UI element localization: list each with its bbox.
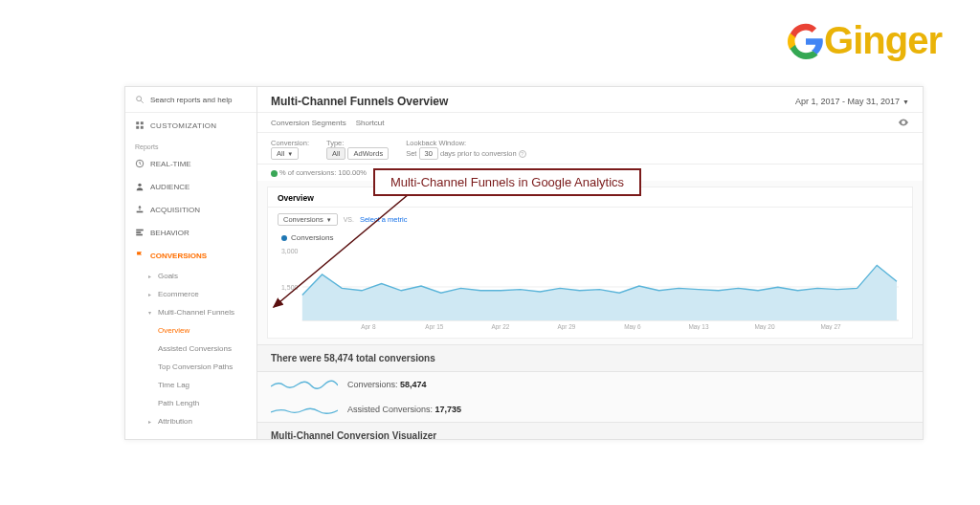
behavior-icon (135, 228, 145, 237)
brand-logo-g-glyph (788, 19, 824, 62)
flag-icon (135, 251, 145, 260)
chart-legend: Conversions (268, 231, 912, 244)
date-range-picker[interactable]: Apr 1, 2017 - May 31, 2017 ▼ (795, 97, 909, 106)
conversions-value: 58,474 (400, 380, 427, 389)
sidebar-label: BEHAVIOR (150, 229, 189, 237)
svg-point-1 (137, 97, 142, 101)
help-icon[interactable]: ? (519, 150, 526, 158)
sidebar-label: REAL-TIME (150, 160, 191, 168)
sidebar-item-customization[interactable]: CUSTOMIZATION (125, 113, 256, 138)
filter-bar: Conversion: All ▼ Type: All AdWords Look… (257, 133, 923, 165)
assisted-value: 17,735 (435, 405, 462, 414)
lookback-prefix: Set (406, 149, 416, 158)
sidebar-item-behavior[interactable]: BEHAVIOR (125, 221, 256, 244)
clock-icon (135, 159, 145, 168)
status-dot-icon (271, 170, 278, 177)
sidebar-item-audience[interactable]: AUDIENCE (125, 175, 256, 198)
metric-value: Conversions (283, 215, 323, 224)
conversion-value: All (277, 149, 284, 158)
svg-rect-3 (136, 121, 139, 124)
type-all-button[interactable]: All (326, 147, 345, 160)
annotation-text: Multi-Channel Funnels in Google Analytic… (390, 175, 624, 189)
sparkline-conversions (271, 378, 338, 391)
summary-bar: There were 58,474 total conversions (257, 344, 923, 372)
dashboard-icon (135, 121, 145, 130)
intelligence-icon[interactable] (898, 117, 909, 128)
sidebar: Search reports and help CUSTOMIZATION Re… (125, 87, 257, 439)
sidebar-item-acquisition[interactable]: ACQUISITION (125, 198, 256, 221)
svg-rect-5 (136, 126, 139, 129)
type-filter: Type: All AdWords (326, 139, 389, 160)
conversion-segments-link[interactable]: Conversion Segments (271, 119, 346, 127)
select-metric-link[interactable]: Select a metric (360, 215, 408, 224)
date-range-text: Apr 1, 2017 - May 31, 2017 (795, 97, 900, 106)
sub-label: Time Lag (158, 381, 189, 389)
lookback-suffix: days prior to conversion (440, 149, 517, 158)
conversion-dropdown[interactable]: All ▼ (271, 147, 299, 160)
sidebar-item-assisted-conversions[interactable]: Assisted Conversions (125, 340, 256, 358)
report-body: Overview Conversions ▼ VS. Select a metr… (257, 181, 923, 439)
svg-rect-11 (136, 231, 141, 233)
search-icon (135, 95, 145, 104)
svg-text:May 20: May 20 (754, 323, 775, 330)
svg-rect-4 (141, 121, 144, 124)
svg-text:Apr 29: Apr 29 (557, 323, 575, 330)
summary-suffix: total conversions (353, 353, 435, 363)
sidebar-item-mcf-overview[interactable]: Overview (125, 321, 256, 340)
brand-name: Ginger (824, 19, 942, 61)
caret-down-icon: ▾ (148, 309, 154, 316)
shortcut-link[interactable]: Shortcut (356, 119, 385, 127)
svg-text:Apr 22: Apr 22 (491, 323, 509, 330)
sidebar-item-realtime[interactable]: REAL-TIME (125, 152, 256, 175)
assisted-label: Assisted Conversions: (347, 405, 435, 414)
conversions-label: Conversions: (347, 380, 400, 389)
summary-prefix: There were (271, 353, 324, 363)
sidebar-item-time-lag[interactable]: Time Lag (125, 376, 256, 394)
metric-dropdown[interactable]: Conversions ▼ (278, 213, 338, 226)
customization-label: CUSTOMIZATION (150, 121, 216, 130)
lookback-label: Lookback Window: (406, 139, 526, 147)
svg-text:May 6: May 6 (624, 323, 641, 330)
sub-label: Attribution (158, 417, 192, 426)
sidebar-item-attribution[interactable]: ▸Attribution (125, 412, 256, 430)
sidebar-item-ecommerce[interactable]: ▸Ecommerce (125, 285, 256, 303)
svg-text:May 13: May 13 (688, 323, 709, 330)
page-header: Multi-Channel Funnels Overview Apr 1, 20… (257, 87, 923, 113)
ga-app-frame: Search reports and help CUSTOMIZATION Re… (124, 86, 924, 440)
brand-logo: Ginger (788, 19, 942, 62)
legend-label: Conversions (291, 233, 333, 242)
visualizer-title: Multi-Channel Conversion Visualizer (257, 422, 923, 439)
page-title: Multi-Channel Funnels Overview (271, 95, 448, 108)
conversion-label: Conversion: (271, 139, 309, 147)
sub-label: Assisted Conversions (158, 344, 232, 353)
sidebar-label: AUDIENCE (150, 183, 189, 191)
chevron-down-icon: ▼ (326, 217, 332, 223)
y-max-label: 3,000 (281, 248, 298, 254)
svg-point-8 (138, 184, 141, 187)
type-adwords-button[interactable]: AdWords (347, 147, 389, 160)
sidebar-item-top-conversion-paths[interactable]: Top Conversion Paths (125, 358, 256, 376)
lookback-days-input[interactable]: 30 (419, 147, 438, 160)
sidebar-item-path-length[interactable]: Path Length (125, 394, 256, 412)
search-placeholder: Search reports and help (150, 96, 232, 104)
svg-rect-9 (137, 211, 144, 213)
summary-value: 58,474 (324, 353, 354, 363)
search-row[interactable]: Search reports and help (125, 95, 256, 113)
person-icon (135, 182, 145, 191)
sidebar-item-mcf[interactable]: ▾Multi-Channel Funnels (125, 303, 256, 321)
metric-controls: Conversions ▼ VS. Select a metric (268, 208, 912, 231)
pct-text: % of conversions: 100.00% (279, 168, 367, 177)
sub-label: Goals (158, 272, 178, 280)
svg-text:Apr 15: Apr 15 (425, 323, 443, 330)
svg-line-2 (141, 100, 144, 103)
sidebar-item-goals[interactable]: ▸Goals (125, 267, 256, 285)
assisted-sparkline-row: Assisted Conversions: 17,735 (257, 397, 923, 422)
tab-label: Overview (278, 193, 314, 203)
type-label: Type: (326, 139, 389, 147)
main-content: Multi-Channel Funnels Overview Apr 1, 20… (257, 87, 923, 439)
acquisition-icon (135, 205, 145, 214)
vs-label: VS. (344, 216, 354, 223)
sidebar-item-conversions[interactable]: CONVERSIONS (125, 244, 256, 267)
conversion-filter: Conversion: All ▼ (271, 139, 309, 160)
reports-section-label: Reports (125, 138, 256, 152)
